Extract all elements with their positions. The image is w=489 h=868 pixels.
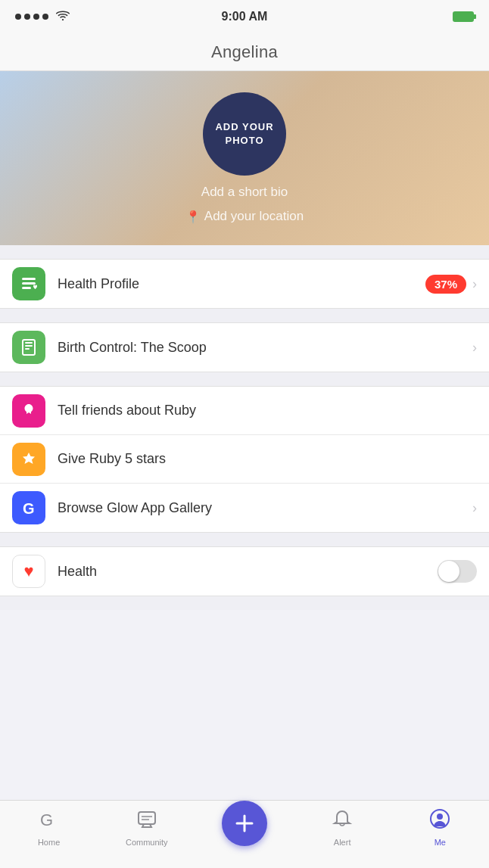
section-gap-5: [0, 596, 489, 610]
avatar-placeholder[interactable]: ADD YOUR PHOTO: [203, 92, 286, 176]
tell-friends-row[interactable]: Tell friends about Ruby: [0, 387, 489, 435]
health-toggle-switch[interactable]: [438, 560, 477, 583]
avatar-line1: ADD YOUR: [215, 120, 273, 134]
toggle-knob: [438, 561, 459, 582]
svg-rect-7: [25, 348, 30, 350]
birth-control-chevron: ›: [472, 340, 477, 356]
section-gap-4: [0, 533, 489, 546]
svg-rect-3: [22, 287, 31, 289]
section-gap-3: [0, 372, 489, 386]
section-gap-1: [0, 245, 489, 259]
bio-placeholder[interactable]: Add a short bio: [201, 185, 288, 200]
health-profile-icon: [12, 267, 45, 300]
browse-glow-label: Browse Glow App Gallery: [58, 500, 472, 516]
heart-icon: ♥: [23, 562, 33, 581]
svg-rect-2: [22, 282, 36, 285]
page-title: Angelina: [211, 42, 278, 62]
avatar-line2: PHOTO: [226, 134, 264, 148]
health-heart-icon: ♥: [12, 555, 45, 588]
tell-friends-icon: [12, 394, 45, 428]
tab-alert[interactable]: Alert: [294, 808, 391, 847]
wifi-icon: [56, 10, 70, 23]
tab-community[interactable]: Community: [98, 808, 195, 847]
health-toggle-row[interactable]: ♥ Health: [0, 547, 489, 596]
svg-rect-11: [139, 812, 155, 824]
browse-glow-icon: G: [12, 491, 45, 524]
signal-dot-2: [24, 14, 30, 20]
battery-icon: [453, 11, 474, 22]
status-time: 9:00 AM: [222, 10, 268, 23]
section-gap-2: [0, 309, 489, 322]
home-tab-icon: G: [39, 808, 60, 835]
tab-bar: G Home Community: [0, 800, 489, 868]
browse-glow-row[interactable]: G Browse Glow App Gallery ›: [0, 484, 489, 532]
health-profile-badge: 37%: [425, 275, 466, 294]
signal-area: [15, 10, 70, 23]
status-bar: 9:00 AM: [0, 0, 489, 33]
health-profile-row[interactable]: Health Profile 37% ›: [0, 260, 489, 308]
section-health-toggle: ♥ Health: [0, 546, 489, 596]
me-tab-icon: [429, 808, 450, 835]
profile-hero: ADD YOUR PHOTO Add a short bio 📍 Add you…: [0, 71, 489, 245]
browse-glow-chevron: ›: [472, 500, 477, 516]
tab-alert-label: Alert: [334, 838, 351, 847]
give-stars-label: Give Ruby 5 stars: [58, 451, 477, 467]
location-text: Add your location: [204, 209, 304, 224]
svg-text:G: G: [23, 500, 35, 517]
tab-add[interactable]: [195, 808, 293, 846]
give-stars-icon: [12, 443, 45, 476]
tab-community-label: Community: [126, 838, 168, 847]
tell-friends-label: Tell friends about Ruby: [58, 403, 477, 418]
add-button[interactable]: [222, 801, 267, 846]
section-birth-control: Birth Control: The Scoop ›: [0, 322, 489, 372]
signal-dot-4: [42, 14, 48, 20]
svg-point-0: [62, 19, 64, 20]
health-profile-chevron: ›: [472, 276, 477, 292]
svg-rect-5: [25, 342, 33, 344]
birth-control-icon: [12, 331, 45, 364]
svg-marker-8: [23, 453, 35, 464]
signal-dot-1: [15, 14, 21, 20]
signal-dot-3: [33, 14, 39, 20]
svg-rect-1: [22, 278, 36, 280]
tab-home-label: Home: [38, 838, 60, 847]
location-pin-icon: 📍: [185, 210, 201, 224]
health-toggle-label: Health: [58, 564, 438, 580]
tab-me[interactable]: Me: [391, 808, 489, 847]
battery-area: [453, 11, 474, 22]
tab-home[interactable]: G Home: [0, 808, 98, 847]
location-placeholder[interactable]: 📍 Add your location: [185, 209, 304, 224]
svg-rect-6: [25, 345, 33, 347]
give-stars-row[interactable]: Give Ruby 5 stars: [0, 435, 489, 484]
tab-me-label: Me: [434, 838, 446, 847]
community-tab-icon: [136, 808, 157, 835]
section-social: Tell friends about Ruby Give Ruby 5 star…: [0, 386, 489, 533]
page-header: Angelina: [0, 33, 489, 71]
svg-point-17: [437, 814, 443, 820]
section-health-profile: Health Profile 37% ›: [0, 259, 489, 309]
birth-control-label: Birth Control: The Scoop: [58, 340, 472, 356]
health-profile-label: Health Profile: [58, 276, 425, 292]
svg-text:G: G: [40, 810, 53, 829]
birth-control-row[interactable]: Birth Control: The Scoop ›: [0, 323, 489, 372]
alert-tab-icon: [332, 808, 353, 835]
